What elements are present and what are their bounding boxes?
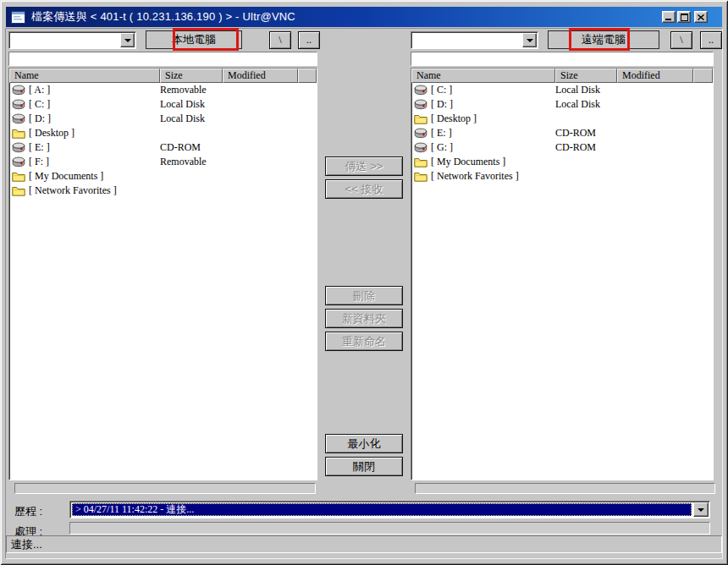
file-item[interactable]: [ C: ] Local Disk bbox=[411, 83, 713, 97]
file-item[interactable]: [ D: ] Local Disk bbox=[411, 97, 713, 112]
remote-transfer-progress bbox=[415, 483, 715, 494]
item-size: Local Disk bbox=[555, 98, 617, 111]
history-dropdown-button[interactable] bbox=[693, 502, 709, 517]
local-file-rows: [ A: ] Removable [ C: ] Local Disk bbox=[9, 83, 317, 198]
maximize-button[interactable] bbox=[677, 11, 691, 23]
file-item[interactable]: [ Desktop ] bbox=[411, 112, 713, 126]
local-drive-combobox[interactable] bbox=[8, 31, 136, 49]
file-item[interactable]: [ F: ] Removable bbox=[9, 155, 317, 169]
history-combobox[interactable]: > 04/27/11 11:42:22 - 連接... bbox=[69, 501, 710, 518]
column-header-name[interactable]: Name bbox=[411, 69, 555, 83]
local-root-button[interactable]: \ bbox=[269, 31, 291, 49]
remote-up-button[interactable]: .. bbox=[700, 31, 722, 49]
column-header-filler bbox=[693, 69, 713, 83]
drive-icon bbox=[12, 99, 25, 110]
local-file-list: Name Size Modified [ A: ] Removable bbox=[8, 68, 317, 480]
column-header-filler bbox=[298, 69, 317, 83]
item-name: [ E: ] bbox=[431, 127, 452, 140]
remote-file-list: Name Size Modified [ C: ] Local Disk bbox=[411, 68, 714, 480]
drive-icon bbox=[12, 113, 25, 124]
item-name: [ Network Favorites ] bbox=[431, 170, 519, 183]
item-name: [ G: ] bbox=[431, 141, 453, 154]
close-button[interactable] bbox=[694, 11, 708, 23]
column-header-size[interactable]: Size bbox=[555, 69, 617, 83]
local-drive-dropdown-button[interactable] bbox=[120, 33, 135, 47]
local-path-field[interactable] bbox=[8, 52, 317, 66]
send-button[interactable]: 傳送 >> bbox=[325, 156, 403, 176]
rename-button[interactable]: 重新命名 bbox=[325, 332, 403, 351]
titlebar[interactable]: 檔案傳送與 < 401-t ( 10.231.136.190 ) > - Ult… bbox=[6, 7, 722, 27]
file-item[interactable]: [ Desktop ] bbox=[9, 126, 317, 140]
item-size: Local Disk bbox=[160, 98, 223, 111]
item-name: [ Desktop ] bbox=[29, 127, 74, 140]
drive-icon bbox=[12, 142, 25, 153]
drive-icon bbox=[414, 99, 427, 110]
folder-icon bbox=[12, 185, 25, 196]
remote-drive-dropdown-button[interactable] bbox=[522, 33, 537, 47]
chevron-down-icon bbox=[698, 508, 704, 512]
remote-list-header: Name Size Modified bbox=[411, 69, 713, 83]
item-name: [ Network Favorites ] bbox=[29, 184, 117, 197]
item-name: [ C: ] bbox=[29, 98, 50, 111]
folder-icon bbox=[414, 156, 427, 167]
highlight-remote-computer bbox=[569, 28, 630, 51]
item-size: Local Disk bbox=[160, 112, 223, 125]
maximize-icon bbox=[681, 14, 688, 21]
file-item[interactable]: [ My Documents ] bbox=[9, 169, 317, 184]
drive-icon bbox=[12, 85, 25, 96]
drive-icon bbox=[414, 85, 427, 96]
item-size: CD-ROM bbox=[555, 141, 617, 154]
file-transfer-window: 檔案傳送與 < 401-t ( 10.231.136.190 ) > - Ult… bbox=[0, 0, 728, 565]
item-name: [ A: ] bbox=[29, 84, 50, 96]
window-title: 檔案傳送與 < 401-t ( 10.231.136.190 ) > - Ult… bbox=[31, 9, 295, 25]
delete-button[interactable]: 刪除 bbox=[325, 286, 403, 305]
minimize-button[interactable] bbox=[662, 11, 676, 23]
item-name: [ My Documents ] bbox=[29, 170, 103, 183]
new-folder-button[interactable]: 新資料夾 bbox=[325, 309, 403, 328]
item-size: CD-ROM bbox=[555, 127, 617, 140]
item-size: Local Disk bbox=[555, 84, 617, 96]
remote-file-rows: [ C: ] Local Disk [ D: ] Local Disk bbox=[411, 83, 713, 184]
local-list-header: Name Size Modified bbox=[9, 69, 317, 83]
receive-button[interactable]: << 接收 bbox=[325, 179, 403, 199]
column-header-name[interactable]: Name bbox=[9, 69, 160, 83]
folder-icon bbox=[414, 171, 427, 182]
file-item[interactable]: [ G: ] CD-ROM bbox=[411, 140, 713, 155]
minimize-icon bbox=[665, 19, 671, 20]
item-name: [ D: ] bbox=[431, 98, 453, 111]
drive-icon bbox=[414, 128, 427, 139]
item-name: [ C: ] bbox=[431, 84, 452, 96]
folder-icon bbox=[12, 171, 25, 182]
file-item[interactable]: [ D: ] Local Disk bbox=[9, 112, 317, 126]
status-bar: 連接... bbox=[6, 535, 722, 553]
file-item[interactable]: [ My Documents ] bbox=[411, 155, 713, 169]
minimize-transfer-button[interactable]: 最小化 bbox=[325, 434, 403, 453]
highlight-local-computer bbox=[173, 28, 239, 51]
file-item[interactable]: [ A: ] Removable bbox=[9, 83, 317, 97]
remote-root-button[interactable]: \ bbox=[670, 31, 692, 49]
remote-drive-combobox[interactable] bbox=[411, 31, 538, 49]
column-header-modified[interactable]: Modified bbox=[223, 69, 298, 83]
file-item[interactable]: [ Network Favorites ] bbox=[411, 169, 713, 184]
item-size: Removable bbox=[160, 156, 223, 168]
folder-icon bbox=[12, 128, 25, 139]
window-controls bbox=[660, 11, 708, 23]
chevron-down-icon bbox=[124, 39, 131, 42]
history-selected-entry[interactable]: > 04/27/11 11:42:22 - 連接... bbox=[72, 503, 692, 516]
item-name: [ E: ] bbox=[29, 141, 50, 154]
drive-icon bbox=[12, 156, 25, 167]
status-text: 連接... bbox=[11, 537, 42, 552]
file-item[interactable]: [ Network Favorites ] bbox=[9, 184, 317, 198]
close-transfer-button[interactable]: 關閉 bbox=[325, 457, 403, 476]
folder-icon bbox=[414, 113, 427, 124]
local-up-button[interactable]: .. bbox=[298, 31, 320, 49]
column-header-modified[interactable]: Modified bbox=[617, 69, 693, 83]
file-item[interactable]: [ C: ] Local Disk bbox=[9, 97, 317, 112]
file-item[interactable]: [ E: ] CD-ROM bbox=[411, 126, 713, 140]
column-header-size[interactable]: Size bbox=[160, 69, 223, 83]
item-name: [ D: ] bbox=[29, 112, 51, 125]
close-icon bbox=[698, 14, 704, 20]
item-size: CD-ROM bbox=[160, 141, 223, 154]
file-item[interactable]: [ E: ] CD-ROM bbox=[9, 140, 317, 155]
remote-path-field[interactable] bbox=[411, 52, 714, 66]
